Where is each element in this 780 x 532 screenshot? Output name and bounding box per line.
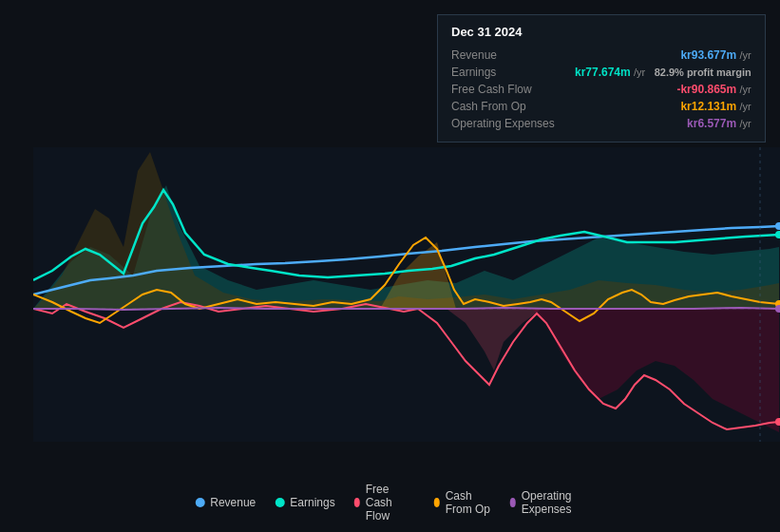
tooltip-label-cashop: Cash From Op: [451, 100, 575, 113]
tooltip-row-cashop: Cash From Op kr12.131m /yr: [451, 98, 751, 115]
legend-dot-cashop: [434, 498, 440, 507]
legend-label-fcf: Free Cash Flow: [366, 483, 415, 522]
tooltip-value-fcf: -kr90.865m /yr: [676, 83, 751, 96]
tooltip-value-opex: kr6.577m /yr: [687, 117, 751, 130]
tooltip-row-fcf: Free Cash Flow -kr90.865m /yr: [451, 81, 751, 98]
legend: Revenue Earnings Free Cash Flow Cash Fro…: [195, 483, 585, 522]
legend-dot-opex: [510, 498, 516, 507]
tooltip-label-fcf: Free Cash Flow: [451, 83, 575, 96]
legend-label-earnings: Earnings: [290, 496, 334, 509]
tooltip-label-earnings: Earnings: [451, 66, 575, 79]
tooltip-row-opex: Operating Expenses kr6.577m /yr: [451, 115, 751, 132]
legend-dot-fcf: [354, 498, 360, 507]
chart-container: Dec 31 2024 Revenue kr93.677m /yr Earnin…: [0, 0, 780, 532]
legend-dot-earnings: [275, 498, 284, 507]
legend-label-cashop: Cash From Op: [446, 489, 491, 516]
legend-item-opex: Operating Expenses: [510, 489, 585, 516]
legend-label-revenue: Revenue: [210, 496, 256, 509]
legend-item-fcf: Free Cash Flow: [354, 483, 415, 522]
legend-item-earnings: Earnings: [275, 496, 334, 509]
legend-item-revenue: Revenue: [195, 496, 256, 509]
tooltip-label-revenue: Revenue: [451, 48, 575, 62]
tooltip-value-cashop: kr12.131m /yr: [680, 100, 751, 113]
legend-dot-revenue: [195, 498, 204, 507]
tooltip-box: Dec 31 2024 Revenue kr93.677m /yr Earnin…: [437, 14, 766, 142]
legend-item-cashop: Cash From Op: [434, 489, 491, 516]
tooltip-value-revenue: kr93.677m /yr: [680, 48, 751, 62]
tooltip-date: Dec 31 2024: [451, 25, 751, 39]
tooltip-row-earnings: Earnings kr77.674m /yr 82.9% profit marg…: [451, 64, 751, 81]
tooltip-label-opex: Operating Expenses: [451, 117, 575, 130]
tooltip-row-revenue: Revenue kr93.677m /yr: [451, 47, 751, 64]
legend-label-opex: Operating Expenses: [522, 489, 585, 516]
tooltip-value-earnings: kr77.674m /yr 82.9% profit margin: [575, 66, 751, 79]
